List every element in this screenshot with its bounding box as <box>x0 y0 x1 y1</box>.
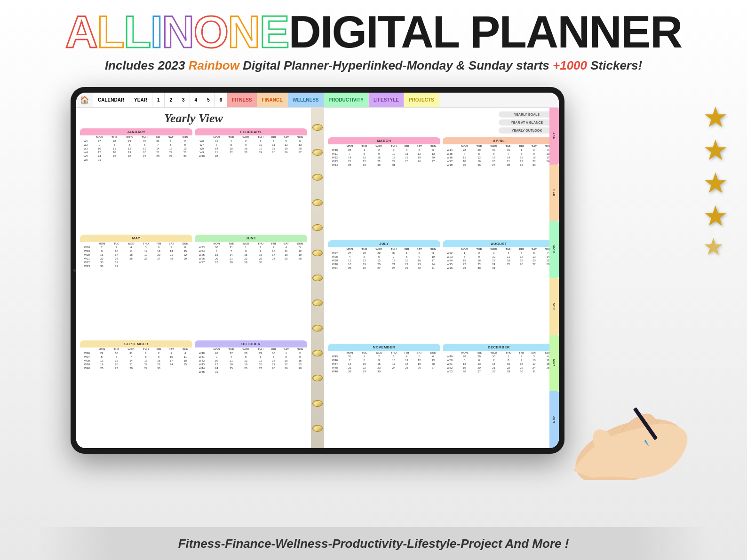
tab-1[interactable]: 1 <box>152 93 165 107</box>
month-header-february: FEBRUARY <box>195 128 307 135</box>
month-table-june: MONTUEWEDTHUFRISATSUN W23303112345 W2467… <box>195 242 307 264</box>
tab-lifestyle[interactable]: LIFESTYLE <box>369 93 404 107</box>
ring-8 <box>312 300 323 306</box>
side-tab-jun[interactable]: JUN <box>549 391 559 448</box>
side-tabs: JAN FEB MAR APR MAY JUN <box>549 108 559 448</box>
home-button[interactable]: 🏠 <box>76 93 93 107</box>
header: A L L I N O N E DIGITAL PLANNER Includes… <box>0 9 747 73</box>
month-table-september: MONTUEWEDTHUFRISATSUN W362930311234 W375… <box>80 347 192 370</box>
months-grid-right: MARCH MONTUEWEDTHUFRISATSUN W1028123456 … <box>328 137 555 444</box>
right-page: YEARLY GOALS YEAR AT A GLANCE YEARLY OUT… <box>324 108 559 448</box>
month-header-january: JANUARY <box>80 128 192 135</box>
star-5: ★ <box>703 235 728 259</box>
ring-5 <box>312 224 323 231</box>
month-table-february: MONTUEWEDTHUFRISATSUN W631123456 W778910… <box>195 135 307 158</box>
letter-N2: N <box>228 9 259 55</box>
month-header-april: APRIL <box>443 137 555 144</box>
month-december: DECEMBER MONTUEWEDTHUFRISATSUN W49282930… <box>443 344 555 444</box>
ring-12 <box>312 400 323 407</box>
home-icon: 🏠 <box>80 95 89 104</box>
side-tab-may[interactable]: MAY <box>549 335 559 392</box>
yearly-view-title: Yearly View <box>80 111 307 126</box>
month-april: APRIL MONTUEWEDTHUFRISATSUN W14282930311… <box>443 137 555 238</box>
month-table-december: MONTUEWEDTHUFRISATSUN W492829301234 W505… <box>443 351 555 373</box>
month-table-august: MONTUEWEDTHUFRISATSUN W321234567 W338910… <box>443 247 555 270</box>
side-tab-apr[interactable]: APR <box>549 278 559 335</box>
tab-projects[interactable]: PROJECTS <box>404 93 439 107</box>
tab-calendar[interactable]: CALENDAR <box>93 93 129 107</box>
title-allinone: A L L I N O N E <box>65 9 289 55</box>
star-3: ★ <box>703 169 728 197</box>
tab-3[interactable]: 3 <box>177 93 190 107</box>
ring-4 <box>312 199 323 206</box>
ring-2 <box>312 149 323 156</box>
month-table-november: MONTUEWEDTHUFRISATSUN W4531123456 W46789… <box>328 351 440 373</box>
month-header-june: JUNE <box>195 235 307 242</box>
month-header-july: JULY <box>328 240 440 247</box>
month-header-may: MAY <box>80 235 192 242</box>
month-header-august: AUGUST <box>443 240 555 247</box>
ring-6 <box>312 250 323 256</box>
month-table-may: MONTUEWEDTHUFRISATSUN W182345678 W199101… <box>80 242 192 268</box>
ring-3 <box>312 174 323 181</box>
footer-text: Fitness-Finance-Wellness-Productivity-Li… <box>178 536 569 551</box>
goals-section: YEARLY GOALS YEAR AT A GLANCE YEARLY OUT… <box>328 111 555 134</box>
yearly-outlook-button[interactable]: YEARLY OUTLOOK <box>499 127 555 134</box>
side-tab-mar[interactable]: MAR <box>549 221 559 278</box>
month-october: OCTOBER MONTUEWEDTHUFRISATSUN W402627282… <box>195 340 307 444</box>
ring-1 <box>312 124 323 131</box>
month-header-october: OCTOBER <box>195 340 307 347</box>
side-tab-jan[interactable]: JAN <box>549 108 559 165</box>
letter-A: A <box>65 9 97 55</box>
month-table-april: MONTUEWEDTHUFRISATSUN W1428293031123 W15… <box>443 144 555 167</box>
month-may: MAY MONTUEWEDTHUFRISATSUN W182345678 W19… <box>80 235 192 339</box>
letter-N1: N <box>162 9 193 55</box>
month-november: NOVEMBER MONTUEWEDTHUFRISATSUN W45311234… <box>328 344 440 444</box>
month-september: SEPTEMBER MONTUEWEDTHUFRISATSUN W3629303… <box>80 340 192 444</box>
month-february: FEBRUARY MONTUEWEDTHUFRISATSUN W63112345… <box>195 128 307 232</box>
stars-container: ★ ★ ★ ★ ★ <box>703 103 728 259</box>
letter-L2: L <box>124 9 151 55</box>
side-tab-feb[interactable]: FEB <box>549 165 559 221</box>
month-table-march: MONTUEWEDTHUFRISATSUN W1028123456 W11789… <box>328 144 440 167</box>
spine <box>311 108 324 448</box>
letter-E: E <box>259 9 288 55</box>
year-at-glance-button[interactable]: YEAR AT A GLANCE <box>499 119 555 126</box>
yearly-goals-button[interactable]: YEARLY GOALS <box>499 111 555 118</box>
tab-productivity[interactable]: PRODUCTIVITY <box>324 93 369 107</box>
month-table-july: MONTUEWEDTHUFRISATSUN W2727282930123 W28… <box>328 247 440 270</box>
tab-fitness[interactable]: FITNESS <box>227 93 257 107</box>
ring-10 <box>312 350 323 356</box>
title-digital-planner: DIGITAL PLANNER <box>288 9 682 55</box>
tab-5[interactable]: 5 <box>202 93 215 107</box>
letter-L1: L <box>97 9 124 55</box>
footer-banner: Fitness-Finance-Wellness-Productivity-Li… <box>0 527 747 560</box>
main-title: A L L I N O N E DIGITAL PLANNER <box>0 9 747 55</box>
letter-O: O <box>193 9 228 55</box>
tab-2[interactable]: 2 <box>165 93 177 107</box>
tab-year[interactable]: YEAR <box>129 93 152 107</box>
month-january: JANUARY MONTUEWEDTHUFRISATSUN W127282930… <box>80 128 192 232</box>
month-header-december: DECEMBER <box>443 344 555 351</box>
tab-4[interactable]: 4 <box>190 93 203 107</box>
month-august: AUGUST MONTUEWEDTHUFRISATSUN W321234567 … <box>443 240 555 341</box>
tab-bar: 🏠 CALENDAR YEAR 1 2 3 4 5 6 FITNESS FINA… <box>76 93 559 108</box>
month-header-march: MARCH <box>328 137 440 144</box>
month-header-november: NOVEMBER <box>328 344 440 351</box>
tablet: 🏠 CALENDAR YEAR 1 2 3 4 5 6 FITNESS FINA… <box>71 87 564 454</box>
tab-finance[interactable]: FINANCE <box>257 93 288 107</box>
tab-6[interactable]: 6 <box>215 93 228 107</box>
month-table-january: MONTUEWEDTHUFRISATSUN W1272829303112 W23… <box>80 135 192 162</box>
months-grid-left: JANUARY MONTUEWEDTHUFRISATSUN W127282930… <box>80 128 307 444</box>
month-header-september: SEPTEMBER <box>80 340 192 347</box>
ring-7 <box>312 275 323 281</box>
ring-9 <box>312 325 323 331</box>
subtitle-rainbow: Rainbow <box>189 58 239 72</box>
tablet-screen: 🏠 CALENDAR YEAR 1 2 3 4 5 6 FITNESS FINA… <box>76 93 559 448</box>
subtitle: Includes 2023 Rainbow Digital Planner-Hy… <box>0 58 747 73</box>
star-4: ★ <box>703 202 728 230</box>
month-june: JUNE MONTUEWEDTHUFRISATSUN W23303112345 … <box>195 235 307 339</box>
star-1: ★ <box>703 103 728 132</box>
tab-wellness[interactable]: WELLNESS <box>288 93 324 107</box>
left-page: Yearly View JANUARY MONTUEWEDTHUFRISATSU… <box>76 108 311 448</box>
